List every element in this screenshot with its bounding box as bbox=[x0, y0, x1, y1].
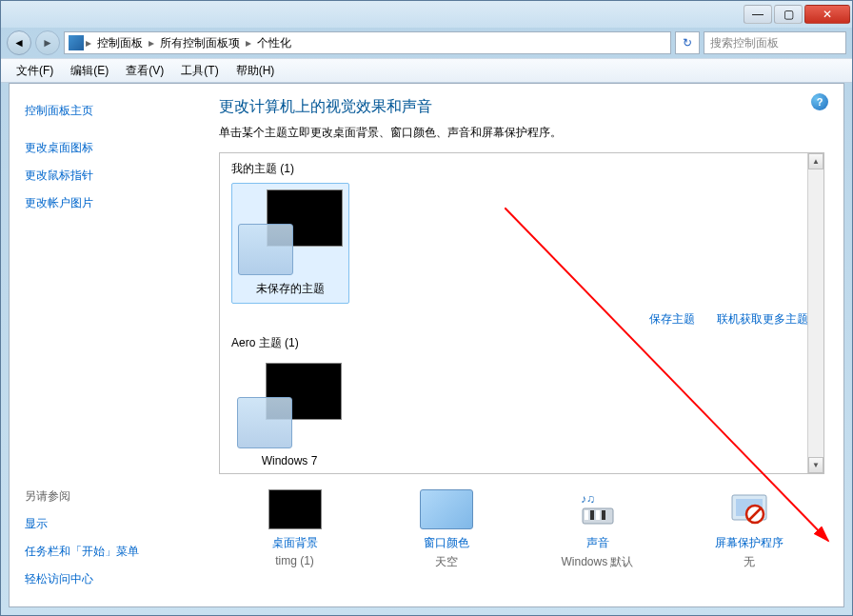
sidebar-account-picture[interactable]: 更改帐户图片 bbox=[25, 189, 185, 217]
menu-bar: 文件(F) 编辑(E) 查看(V) 工具(T) 帮助(H) bbox=[1, 58, 852, 83]
titlebar: — ▢ ✕ bbox=[1, 1, 852, 28]
maximize-button[interactable]: ▢ bbox=[774, 5, 803, 24]
close-button[interactable]: ✕ bbox=[804, 5, 850, 24]
sidebar-also-title: 另请参阅 bbox=[25, 488, 185, 510]
theme-windows7[interactable]: Windows 7 bbox=[231, 357, 347, 473]
sidebar-desktop-icons[interactable]: 更改桌面图标 bbox=[25, 134, 185, 162]
menu-file[interactable]: 文件(F) bbox=[9, 61, 61, 81]
sidebar-ease-of-access[interactable]: 轻松访问中心 bbox=[25, 566, 185, 593]
main-pane: ? 更改计算机上的视觉效果和声音 单击某个主题立即更改桌面背景、窗口颜色、声音和… bbox=[200, 84, 843, 606]
sidebar-taskbar[interactable]: 任务栏和「开始」菜单 bbox=[25, 538, 185, 566]
svg-rect-2 bbox=[585, 510, 588, 520]
breadcrumb-control-panel[interactable]: 控制面板 bbox=[93, 35, 147, 51]
theme-unsaved[interactable]: 未保存的主题 bbox=[231, 183, 349, 304]
theme-label: 未保存的主题 bbox=[238, 281, 343, 297]
menu-view[interactable]: 查看(V) bbox=[118, 61, 171, 81]
control-panel-icon bbox=[69, 35, 84, 50]
my-themes-header: 我的主题 (1) bbox=[231, 161, 812, 177]
chevron-right-icon: ▸ bbox=[86, 36, 91, 50]
theme-label: Windows 7 bbox=[237, 454, 342, 467]
breadcrumb[interactable]: ▸ 控制面板 ▸ 所有控制面板项 ▸ 个性化 bbox=[64, 31, 671, 54]
sidebar: 控制面板主页 更改桌面图标 更改鼠标指针 更改帐户图片 另请参阅 显示 任务栏和… bbox=[10, 84, 200, 606]
forward-button[interactable]: ► bbox=[35, 30, 60, 55]
save-theme-link[interactable]: 保存主题 bbox=[649, 312, 695, 326]
desktop-background-button[interactable]: 桌面背景 timg (1) bbox=[233, 489, 357, 570]
window-color-icon bbox=[420, 489, 473, 529]
search-input[interactable]: 搜索控制面板 bbox=[704, 31, 846, 54]
address-bar: ◄ ► ▸ 控制面板 ▸ 所有控制面板项 ▸ 个性化 ↻ 搜索控制面板 bbox=[1, 28, 852, 58]
scrollbar[interactable]: ▲ ▼ bbox=[807, 153, 823, 473]
minimize-button[interactable]: — bbox=[744, 5, 772, 24]
get-themes-online-link[interactable]: 联机获取更多主题 bbox=[717, 312, 808, 326]
sound-button[interactable]: ♪♫ 声音 Windows 默认 bbox=[536, 489, 660, 570]
svg-rect-3 bbox=[590, 510, 594, 520]
wallpaper-icon bbox=[268, 489, 322, 529]
refresh-button[interactable]: ↻ bbox=[675, 31, 700, 54]
bottom-row: 桌面背景 timg (1) 窗口颜色 天空 ♪♫ bbox=[219, 489, 824, 570]
menu-help[interactable]: 帮助(H) bbox=[228, 61, 283, 81]
sound-icon: ♪♫ bbox=[571, 489, 625, 529]
breadcrumb-all-items[interactable]: 所有控制面板项 bbox=[156, 35, 244, 51]
chevron-right-icon: ▸ bbox=[149, 36, 154, 50]
scroll-up-icon[interactable]: ▲ bbox=[808, 153, 823, 169]
page-subtitle: 单击某个主题立即更改桌面背景、窗口颜色、声音和屏幕保护程序。 bbox=[219, 125, 824, 141]
theme-list: ▲ ▼ 我的主题 (1) 未保存的主题 保存主题 联机获取更多主题 Aero bbox=[219, 152, 824, 474]
svg-rect-5 bbox=[602, 510, 605, 520]
window-preview-icon bbox=[238, 224, 293, 275]
window-color-button[interactable]: 窗口颜色 天空 bbox=[385, 489, 508, 570]
breadcrumb-personalization[interactable]: 个性化 bbox=[253, 35, 295, 51]
svg-rect-4 bbox=[596, 510, 600, 520]
menu-tools[interactable]: 工具(T) bbox=[173, 61, 226, 81]
sidebar-display[interactable]: 显示 bbox=[25, 510, 185, 538]
menu-edit[interactable]: 编辑(E) bbox=[63, 61, 116, 81]
window-preview-icon bbox=[237, 397, 292, 448]
svg-text:♪♫: ♪♫ bbox=[581, 492, 595, 506]
page-title: 更改计算机上的视觉效果和声音 bbox=[219, 97, 824, 117]
aero-themes-header: Aero 主题 (1) bbox=[231, 335, 812, 351]
chevron-right-icon: ▸ bbox=[246, 36, 251, 50]
help-icon[interactable]: ? bbox=[811, 93, 828, 110]
scroll-down-icon[interactable]: ▼ bbox=[808, 457, 823, 473]
sidebar-mouse-pointers[interactable]: 更改鼠标指针 bbox=[25, 162, 185, 189]
screensaver-button[interactable]: 屏幕保护程序 无 bbox=[687, 489, 811, 570]
screensaver-icon bbox=[723, 489, 776, 529]
back-button[interactable]: ◄ bbox=[7, 30, 31, 55]
sidebar-home[interactable]: 控制面板主页 bbox=[25, 97, 185, 125]
